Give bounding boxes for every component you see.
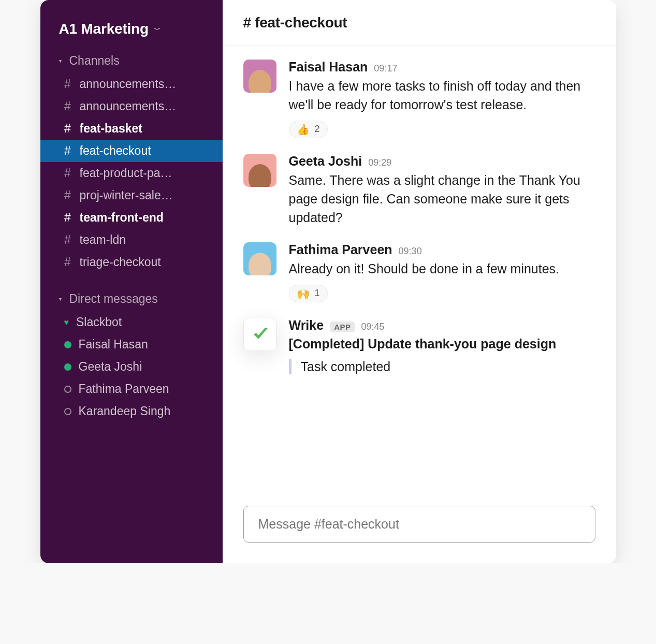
message-header: WrikeAPP09:45 xyxy=(289,318,595,333)
sidebar: A1 Marketing ﹀ ▾ Channels #announcements… xyxy=(40,0,223,563)
hash-icon: # xyxy=(63,122,72,136)
message-header: Faisal Hasan09:17 xyxy=(289,60,595,75)
channel-item[interactable]: #feat-basket xyxy=(40,118,223,140)
caret-down-icon: ▾ xyxy=(59,296,65,302)
message-text: Already on it! Should be done in a few m… xyxy=(289,259,595,278)
channel-item[interactable]: #team-front-end xyxy=(40,207,223,229)
hash-icon: # xyxy=(63,255,72,269)
user-avatar[interactable] xyxy=(243,242,276,275)
reaction[interactable]: 👍2 xyxy=(289,121,328,138)
message-list: Faisal Hasan09:17I have a few more tasks… xyxy=(223,46,616,501)
channel-item[interactable]: #triage-checkout xyxy=(40,251,223,273)
reactions: 👍2 xyxy=(289,121,595,138)
dm-label: Karandeep Singh xyxy=(79,404,171,418)
hash-icon: # xyxy=(63,144,72,158)
hash-icon: # xyxy=(63,188,72,202)
reaction-emoji: 👍 xyxy=(297,123,310,136)
message-header: Geeta Joshi09:29 xyxy=(289,154,595,169)
message-body: WrikeAPP09:45[Completed] Update thank-yo… xyxy=(289,318,595,374)
channel-item[interactable]: #announcements… xyxy=(40,73,223,95)
reactions: 🙌1 xyxy=(289,285,595,302)
dm-item[interactable]: Geeta Joshi xyxy=(40,356,223,378)
dm-label: Fathima Parveen xyxy=(79,382,169,396)
message-time: 09:17 xyxy=(374,63,397,74)
reaction[interactable]: 🙌1 xyxy=(289,285,328,302)
message-author[interactable]: Fathima Parveen xyxy=(289,242,392,257)
dm-list: ♥SlackbotFaisal HasanGeeta JoshiFathima … xyxy=(40,311,223,422)
channel-item[interactable]: #feat-product-pa… xyxy=(40,162,223,184)
message-author[interactable]: Geeta Joshi xyxy=(289,154,362,169)
message-input[interactable] xyxy=(243,506,595,543)
dm-item[interactable]: ♥Slackbot xyxy=(40,311,223,333)
message: Faisal Hasan09:17I have a few more tasks… xyxy=(243,60,595,138)
caret-down-icon: ▾ xyxy=(59,58,65,64)
hash-icon: # xyxy=(63,77,72,91)
channel-item[interactable]: #announcements… xyxy=(40,95,223,118)
channel-label: feat-product-pa… xyxy=(80,166,172,180)
message-author[interactable]: Faisal Hasan xyxy=(289,60,368,75)
main-pane: # feat-checkout Faisal Hasan09:17I have … xyxy=(223,0,616,563)
message-header: Fathima Parveen09:30 xyxy=(289,242,595,257)
channel-label: feat-basket xyxy=(80,122,142,136)
message: WrikeAPP09:45[Completed] Update thank-yo… xyxy=(243,318,595,374)
dm-item[interactable]: Faisal Hasan xyxy=(40,333,223,356)
dm-item[interactable]: Karandeep Singh xyxy=(40,400,223,422)
presence-indicator xyxy=(64,386,71,393)
channel-header: # feat-checkout xyxy=(223,0,616,46)
presence-indicator xyxy=(64,341,71,348)
message: Geeta Joshi09:29Same. There was a slight… xyxy=(243,154,595,227)
workspace-name: A1 Marketing xyxy=(59,21,149,37)
composer-area xyxy=(223,501,616,563)
presence-indicator xyxy=(64,408,71,415)
reaction-emoji: 🙌 xyxy=(297,287,310,300)
hash-icon: # xyxy=(63,211,72,225)
message-attachment: Task completed xyxy=(289,359,595,374)
dm-label: Slackbot xyxy=(76,315,122,329)
dm-item[interactable]: Fathima Parveen xyxy=(40,378,223,400)
checkmark-icon xyxy=(251,325,269,344)
message-title: [Completed] Update thank-you page design xyxy=(289,335,595,353)
channel-list: #announcements…#announcements…#feat-bask… xyxy=(40,73,223,273)
channel-label: announcements… xyxy=(80,99,177,113)
reaction-count: 1 xyxy=(315,288,320,299)
message-time: 09:29 xyxy=(368,157,391,168)
hash-icon: # xyxy=(63,233,72,247)
hash-icon: # xyxy=(63,99,72,113)
channel-title: # feat-checkout xyxy=(243,14,347,31)
dm-label: Geeta Joshi xyxy=(79,360,142,374)
channel-label: feat-checkout xyxy=(80,144,151,158)
channel-label: proj-winter-sale… xyxy=(80,188,173,202)
channels-section-header[interactable]: ▾ Channels xyxy=(40,50,223,73)
message: Fathima Parveen09:30Already on it! Shoul… xyxy=(243,242,595,302)
reaction-count: 2 xyxy=(315,124,320,135)
user-avatar[interactable] xyxy=(243,154,276,187)
chevron-down-icon: ﹀ xyxy=(154,25,161,35)
channel-item[interactable]: #team-ldn xyxy=(40,229,223,251)
channel-item[interactable]: #feat-checkout xyxy=(40,140,223,162)
channel-label: team-front-end xyxy=(80,211,164,225)
channel-item[interactable]: #proj-winter-sale… xyxy=(40,184,223,207)
user-avatar[interactable] xyxy=(243,60,276,93)
message-body: Faisal Hasan09:17I have a few more tasks… xyxy=(289,60,595,138)
channel-label: triage-checkout xyxy=(80,255,161,269)
dm-section-header[interactable]: ▾ Direct messages xyxy=(40,288,223,311)
app-window: A1 Marketing ﹀ ▾ Channels #announcements… xyxy=(40,0,616,563)
channel-label: team-ldn xyxy=(80,233,126,247)
channel-label: announcements… xyxy=(80,77,177,91)
app-badge: APP xyxy=(330,321,355,332)
channels-label: Channels xyxy=(69,54,120,68)
message-body: Geeta Joshi09:29Same. There was a slight… xyxy=(289,154,595,227)
message-author[interactable]: Wrike xyxy=(289,318,324,333)
message-text: I have a few more tasks to finish off to… xyxy=(289,77,595,114)
dm-label: Faisal Hasan xyxy=(79,338,148,352)
hash-icon: # xyxy=(63,166,72,180)
message-time: 09:30 xyxy=(399,246,422,257)
heart-icon: ♥ xyxy=(64,319,69,326)
app-avatar[interactable] xyxy=(243,318,276,351)
message-body: Fathima Parveen09:30Already on it! Shoul… xyxy=(289,242,595,302)
message-time: 09:45 xyxy=(361,321,384,332)
message-text: Same. There was a slight change in the T… xyxy=(289,171,595,227)
presence-indicator xyxy=(64,363,71,371)
workspace-switcher[interactable]: A1 Marketing ﹀ xyxy=(40,6,223,50)
dm-label: Direct messages xyxy=(69,292,158,306)
